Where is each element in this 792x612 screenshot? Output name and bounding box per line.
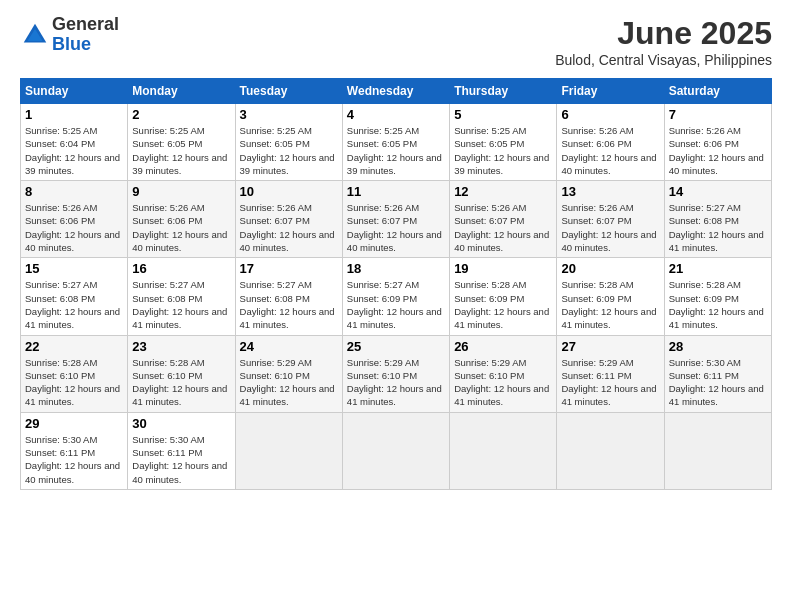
logo-blue: Blue: [52, 35, 119, 55]
day-cell: 24Sunrise: 5:29 AMSunset: 6:10 PMDayligh…: [235, 335, 342, 412]
day-detail: Sunrise: 5:28 AMSunset: 6:09 PMDaylight:…: [669, 278, 767, 331]
day-detail: Sunrise: 5:28 AMSunset: 6:10 PMDaylight:…: [25, 356, 123, 409]
day-detail: Sunrise: 5:29 AMSunset: 6:10 PMDaylight:…: [454, 356, 552, 409]
day-detail: Sunrise: 5:26 AMSunset: 6:06 PMDaylight:…: [25, 201, 123, 254]
day-number: 8: [25, 184, 123, 199]
weekday-header-row: SundayMondayTuesdayWednesdayThursdayFrid…: [21, 79, 772, 104]
day-detail: Sunrise: 5:26 AMSunset: 6:07 PMDaylight:…: [240, 201, 338, 254]
day-number: 14: [669, 184, 767, 199]
day-number: 11: [347, 184, 445, 199]
day-number: 10: [240, 184, 338, 199]
day-number: 27: [561, 339, 659, 354]
day-number: 26: [454, 339, 552, 354]
day-detail: Sunrise: 5:26 AMSunset: 6:07 PMDaylight:…: [347, 201, 445, 254]
weekday-header-sunday: Sunday: [21, 79, 128, 104]
day-detail: Sunrise: 5:28 AMSunset: 6:10 PMDaylight:…: [132, 356, 230, 409]
day-detail: Sunrise: 5:30 AMSunset: 6:11 PMDaylight:…: [25, 433, 123, 486]
day-detail: Sunrise: 5:25 AMSunset: 6:05 PMDaylight:…: [347, 124, 445, 177]
day-number: 20: [561, 261, 659, 276]
day-cell: 12Sunrise: 5:26 AMSunset: 6:07 PMDayligh…: [450, 181, 557, 258]
day-cell: 8Sunrise: 5:26 AMSunset: 6:06 PMDaylight…: [21, 181, 128, 258]
day-cell: 3Sunrise: 5:25 AMSunset: 6:05 PMDaylight…: [235, 104, 342, 181]
day-cell: 25Sunrise: 5:29 AMSunset: 6:10 PMDayligh…: [342, 335, 449, 412]
day-number: 22: [25, 339, 123, 354]
day-cell: 9Sunrise: 5:26 AMSunset: 6:06 PMDaylight…: [128, 181, 235, 258]
month-title: June 2025: [555, 15, 772, 52]
day-cell: 16Sunrise: 5:27 AMSunset: 6:08 PMDayligh…: [128, 258, 235, 335]
day-cell: [235, 412, 342, 489]
day-detail: Sunrise: 5:29 AMSunset: 6:11 PMDaylight:…: [561, 356, 659, 409]
day-cell: 11Sunrise: 5:26 AMSunset: 6:07 PMDayligh…: [342, 181, 449, 258]
day-cell: [342, 412, 449, 489]
day-number: 9: [132, 184, 230, 199]
day-cell: 21Sunrise: 5:28 AMSunset: 6:09 PMDayligh…: [664, 258, 771, 335]
day-cell: [664, 412, 771, 489]
page: General Blue June 2025 Bulod, Central Vi…: [0, 0, 792, 612]
header: General Blue June 2025 Bulod, Central Vi…: [20, 15, 772, 68]
day-detail: Sunrise: 5:26 AMSunset: 6:07 PMDaylight:…: [561, 201, 659, 254]
logo-icon: [20, 20, 50, 50]
calendar: SundayMondayTuesdayWednesdayThursdayFrid…: [20, 78, 772, 490]
day-cell: 28Sunrise: 5:30 AMSunset: 6:11 PMDayligh…: [664, 335, 771, 412]
day-cell: 23Sunrise: 5:28 AMSunset: 6:10 PMDayligh…: [128, 335, 235, 412]
day-number: 4: [347, 107, 445, 122]
day-detail: Sunrise: 5:25 AMSunset: 6:05 PMDaylight:…: [132, 124, 230, 177]
day-number: 17: [240, 261, 338, 276]
day-cell: 2Sunrise: 5:25 AMSunset: 6:05 PMDaylight…: [128, 104, 235, 181]
day-cell: 14Sunrise: 5:27 AMSunset: 6:08 PMDayligh…: [664, 181, 771, 258]
day-number: 29: [25, 416, 123, 431]
day-detail: Sunrise: 5:27 AMSunset: 6:08 PMDaylight:…: [25, 278, 123, 331]
day-detail: Sunrise: 5:29 AMSunset: 6:10 PMDaylight:…: [240, 356, 338, 409]
day-cell: 22Sunrise: 5:28 AMSunset: 6:10 PMDayligh…: [21, 335, 128, 412]
week-row-3: 15Sunrise: 5:27 AMSunset: 6:08 PMDayligh…: [21, 258, 772, 335]
day-cell: 6Sunrise: 5:26 AMSunset: 6:06 PMDaylight…: [557, 104, 664, 181]
day-number: 1: [25, 107, 123, 122]
day-cell: 19Sunrise: 5:28 AMSunset: 6:09 PMDayligh…: [450, 258, 557, 335]
day-number: 12: [454, 184, 552, 199]
day-cell: 30Sunrise: 5:30 AMSunset: 6:11 PMDayligh…: [128, 412, 235, 489]
day-number: 21: [669, 261, 767, 276]
day-number: 6: [561, 107, 659, 122]
day-cell: 7Sunrise: 5:26 AMSunset: 6:06 PMDaylight…: [664, 104, 771, 181]
day-number: 16: [132, 261, 230, 276]
day-cell: 15Sunrise: 5:27 AMSunset: 6:08 PMDayligh…: [21, 258, 128, 335]
day-number: 15: [25, 261, 123, 276]
day-detail: Sunrise: 5:28 AMSunset: 6:09 PMDaylight:…: [561, 278, 659, 331]
logo: General Blue: [20, 15, 119, 55]
day-detail: Sunrise: 5:25 AMSunset: 6:04 PMDaylight:…: [25, 124, 123, 177]
title-block: June 2025 Bulod, Central Visayas, Philip…: [555, 15, 772, 68]
day-number: 24: [240, 339, 338, 354]
weekday-header-friday: Friday: [557, 79, 664, 104]
day-cell: 26Sunrise: 5:29 AMSunset: 6:10 PMDayligh…: [450, 335, 557, 412]
day-number: 28: [669, 339, 767, 354]
weekday-header-monday: Monday: [128, 79, 235, 104]
day-detail: Sunrise: 5:25 AMSunset: 6:05 PMDaylight:…: [240, 124, 338, 177]
day-detail: Sunrise: 5:26 AMSunset: 6:06 PMDaylight:…: [132, 201, 230, 254]
week-row-2: 8Sunrise: 5:26 AMSunset: 6:06 PMDaylight…: [21, 181, 772, 258]
logo-text: General Blue: [52, 15, 119, 55]
day-number: 25: [347, 339, 445, 354]
weekday-header-wednesday: Wednesday: [342, 79, 449, 104]
day-detail: Sunrise: 5:27 AMSunset: 6:08 PMDaylight:…: [669, 201, 767, 254]
day-detail: Sunrise: 5:26 AMSunset: 6:07 PMDaylight:…: [454, 201, 552, 254]
day-detail: Sunrise: 5:25 AMSunset: 6:05 PMDaylight:…: [454, 124, 552, 177]
day-cell: 17Sunrise: 5:27 AMSunset: 6:08 PMDayligh…: [235, 258, 342, 335]
day-detail: Sunrise: 5:28 AMSunset: 6:09 PMDaylight:…: [454, 278, 552, 331]
day-detail: Sunrise: 5:27 AMSunset: 6:08 PMDaylight:…: [132, 278, 230, 331]
day-number: 23: [132, 339, 230, 354]
day-cell: 13Sunrise: 5:26 AMSunset: 6:07 PMDayligh…: [557, 181, 664, 258]
day-number: 3: [240, 107, 338, 122]
day-detail: Sunrise: 5:27 AMSunset: 6:08 PMDaylight:…: [240, 278, 338, 331]
day-cell: [557, 412, 664, 489]
location-title: Bulod, Central Visayas, Philippines: [555, 52, 772, 68]
day-cell: 4Sunrise: 5:25 AMSunset: 6:05 PMDaylight…: [342, 104, 449, 181]
day-cell: 29Sunrise: 5:30 AMSunset: 6:11 PMDayligh…: [21, 412, 128, 489]
day-number: 5: [454, 107, 552, 122]
day-cell: 27Sunrise: 5:29 AMSunset: 6:11 PMDayligh…: [557, 335, 664, 412]
day-cell: 5Sunrise: 5:25 AMSunset: 6:05 PMDaylight…: [450, 104, 557, 181]
day-cell: 1Sunrise: 5:25 AMSunset: 6:04 PMDaylight…: [21, 104, 128, 181]
weekday-header-tuesday: Tuesday: [235, 79, 342, 104]
week-row-1: 1Sunrise: 5:25 AMSunset: 6:04 PMDaylight…: [21, 104, 772, 181]
day-number: 13: [561, 184, 659, 199]
day-detail: Sunrise: 5:30 AMSunset: 6:11 PMDaylight:…: [669, 356, 767, 409]
